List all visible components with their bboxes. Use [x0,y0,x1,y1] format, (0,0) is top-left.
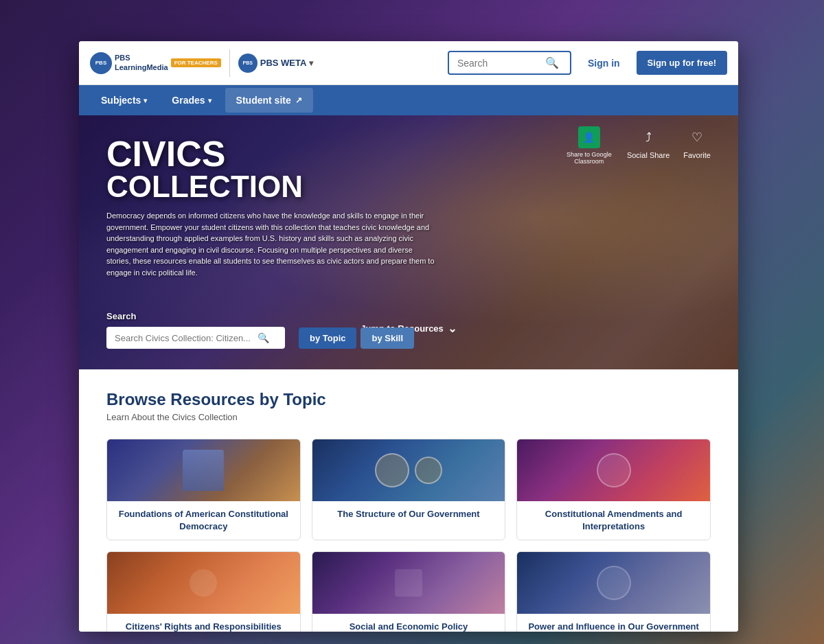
logo-area: PBS PBS LearningMedia FOR TEACHERS [90,52,221,74]
header-divider [229,49,230,77]
share-google-classroom-button[interactable]: 👤 Share to Google Classroom [565,126,613,165]
subjects-chevron-icon: ▾ [144,97,147,104]
nav-bar: Subjects ▾ Grades ▾ Student site ↗ [79,85,738,115]
hero-section: 👤 Share to Google Classroom ⤴ Social Sha… [79,115,738,369]
topic-card-image-power [517,552,710,614]
header-search-box[interactable]: 🔍 [448,51,571,75]
share-icon: ⤴ [637,126,659,148]
topic-card-image-structure [312,439,505,501]
social-decoration [395,569,422,597]
pbs-learning-media-logo[interactable]: PBS PBS LearningMedia FOR TEACHERS [90,52,221,74]
sign-up-button[interactable]: Sign up for free! [637,51,727,75]
topic-card-social[interactable]: Social and Economic Policy [312,551,506,632]
google-classroom-icon: 👤 [578,126,600,148]
favorite-button[interactable]: ♡ Favorite [683,126,711,165]
hero-search-input[interactable] [115,333,252,343]
topic-card-title-power: Power and Influence in Our Government [517,614,710,632]
pbs-weta-logo[interactable]: PBS PBS WETA ▾ [238,54,314,73]
seal-circle-2 [415,457,442,484]
for-teachers-badge: FOR TEACHERS [171,58,221,67]
jump-arrow-icon: ⌄ [448,322,457,335]
topic-card-title-citizens: Citizens' Rights and Responsibilities [107,614,300,632]
nav-item-grades[interactable]: Grades ▾ [161,88,222,113]
topic-card-image-citizens [107,552,300,614]
topic-skill-buttons: by Topic by Skill [299,327,414,349]
hero-search-area: Search 🔍 by Topic by Skill [106,311,414,349]
main-content: Browse Resources by Topic Learn About th… [79,369,738,632]
header-search-icon: 🔍 [545,56,559,69]
nav-item-subjects[interactable]: Subjects ▾ [90,88,158,113]
topic-card-image-foundations [107,439,300,501]
by-topic-button[interactable]: by Topic [299,327,356,349]
hero-search-label: Search [106,311,414,321]
topic-card-amendments[interactable]: Constitutional Amendments and Interpreta… [516,439,711,540]
power-decoration [597,566,631,600]
sign-in-button[interactable]: Sign in [580,52,628,74]
topic-card-title-social: Social and Economic Policy [312,614,505,632]
by-skill-button[interactable]: by Skill [360,327,414,349]
external-link-icon: ↗ [295,95,302,105]
hero-search-row: 🔍 by Topic by Skill [106,327,414,349]
pbs-weta-circle-icon: PBS [238,54,258,73]
topic-card-title-amendments: Constitutional Amendments and Interpreta… [517,501,710,540]
header: PBS PBS LearningMedia FOR TEACHERS PBS P… [79,41,738,85]
topic-card-citizens[interactable]: Citizens' Rights and Responsibilities [106,551,301,632]
topic-card-title-foundations: Foundations of American Constitutional D… [107,501,300,540]
topic-card-foundations[interactable]: Foundations of American Constitutional D… [106,439,301,540]
topic-card-power[interactable]: Power and Influence in Our Government [516,551,711,632]
topic-card-image-social [312,552,505,614]
hero-search-input-wrap[interactable]: 🔍 [106,327,285,349]
topic-card-title-structure: The Structure of Our Government [312,501,505,527]
pbs-lm-text: PBS LearningMedia [115,54,168,71]
grades-chevron-icon: ▾ [208,97,211,104]
foundations-decoration [183,450,224,491]
browse-resources-title: Browse Resources by Topic [106,390,711,409]
browser-window: PBS PBS LearningMedia FOR TEACHERS PBS P… [79,41,738,632]
topic-card-image-amendments [517,439,710,501]
nav-item-student-site[interactable]: Student site ↗ [225,88,313,113]
learn-about-link[interactable]: Learn About the Civics Collection [106,412,711,422]
amendments-decoration [597,453,631,487]
social-share-button[interactable]: ⤴ Social Share [627,126,670,165]
topic-card-structure[interactable]: The Structure of Our Government [312,439,506,540]
header-search-input[interactable] [457,58,540,69]
heart-icon: ♡ [686,126,708,148]
citizens-decoration [190,569,217,597]
hero-description: Democracy depends on informed citizens w… [106,210,436,278]
pbs-circle-icon: PBS [90,52,112,74]
seal-circle-1 [375,453,409,487]
hero-actions: 👤 Share to Google Classroom ⤴ Social Sha… [565,126,711,165]
topic-grid: Foundations of American Constitutional D… [106,439,711,632]
hero-search-magnifier-icon: 🔍 [258,332,269,343]
